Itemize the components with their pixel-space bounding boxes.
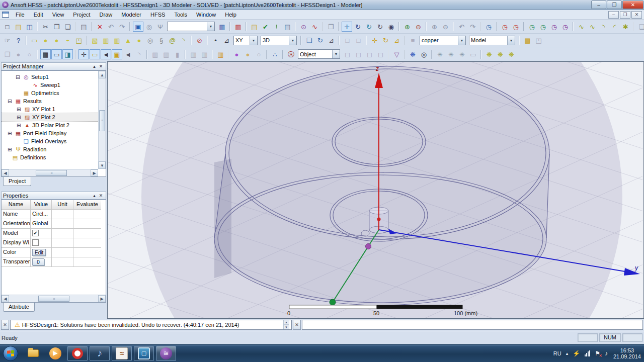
arc-cw-button[interactable]: ◜ xyxy=(609,22,620,32)
draw-cylinder-button[interactable]: ▥ xyxy=(101,35,111,45)
child-restore-button[interactable]: ❐ xyxy=(620,11,630,19)
solution-data-button[interactable]: ⊙ xyxy=(298,22,309,32)
column-header-name[interactable]: Name xyxy=(2,200,31,209)
draw-stamp-button[interactable]: ◳ xyxy=(73,35,84,45)
scroll-right-icon[interactable]: ▶ xyxy=(98,295,106,302)
volume-app-button[interactable]: ♪ xyxy=(90,346,110,361)
expand-plus-icon[interactable]: ⊞ xyxy=(8,131,13,136)
draw-spiral-button[interactable]: @ xyxy=(167,35,178,45)
scroll-left-icon[interactable]: ◀ xyxy=(2,169,9,176)
opera-button[interactable] xyxy=(67,346,88,361)
mesh-b-button[interactable]: ❋ xyxy=(495,49,506,59)
view-undo-button[interactable]: ↶ xyxy=(456,22,467,32)
menu-window[interactable]: Window xyxy=(192,11,220,19)
minimize-button[interactable]: – xyxy=(591,1,606,9)
lens-button[interactable]: ◎ xyxy=(419,49,429,59)
scroll-right-icon[interactable]: ▶ xyxy=(91,169,98,176)
face-d-button[interactable]: ◻ xyxy=(375,49,386,59)
checkbox-unchecked[interactable] xyxy=(32,239,39,246)
tree-item-xy-plot-2[interactable]: ⊞▨XY Plot 2 xyxy=(2,113,98,121)
expand-plus-icon[interactable]: ⊞ xyxy=(17,123,22,128)
rotate-model-button[interactable]: ↻ xyxy=(353,22,363,32)
chevron-down-icon[interactable]: ▼ xyxy=(507,36,515,45)
zoom-out-sel-button[interactable]: ⊖ xyxy=(413,22,424,32)
power-icon[interactable]: ⚡ xyxy=(573,350,580,357)
snap-center-button[interactable]: ▣ xyxy=(112,49,122,59)
undo-button[interactable]: ↶ xyxy=(106,22,116,32)
chevron-down-icon[interactable]: ▼ xyxy=(332,50,340,58)
half-cylinder2-button[interactable]: ▥ xyxy=(199,49,210,59)
clear-all-linked-button[interactable]: ◷ xyxy=(511,22,521,32)
paste-button[interactable]: ❏ xyxy=(62,22,73,32)
draw-circle-button[interactable]: ● xyxy=(40,35,51,45)
gray-sphere-button[interactable]: ○ xyxy=(254,49,264,59)
rotate-button[interactable]: ↻ xyxy=(380,35,391,45)
volume-icon[interactable]: ♪ xyxy=(605,350,608,357)
tree-item-field-overlays[interactable]: ❏Field Overlays xyxy=(2,137,98,145)
explorer-button[interactable] xyxy=(23,346,43,361)
profile-button[interactable]: ▤ xyxy=(249,22,260,32)
close-icon[interactable]: ✕ xyxy=(98,193,104,198)
mesh-a-button[interactable]: ❋ xyxy=(484,49,495,59)
plot-button[interactable]: ∿ xyxy=(309,22,320,32)
tree-item-sweep1[interactable]: ∿Sweep1 xyxy=(2,81,98,89)
whats-this-button[interactable]: ? xyxy=(13,35,24,45)
rotate-screen-button[interactable]: ↻ xyxy=(375,22,385,32)
mirror-button[interactable]: ⊿ xyxy=(391,35,402,45)
validation-button[interactable]: ▦ xyxy=(233,22,244,32)
context-help-button[interactable]: ☞ xyxy=(2,35,13,45)
draw-cone-button[interactable]: ▲ xyxy=(123,35,133,45)
node-display-button[interactable]: ∴ xyxy=(270,49,280,59)
save-button[interactable]: ◫ xyxy=(24,22,35,32)
zoom-in-button[interactable]: ⊕ xyxy=(429,22,440,32)
tree-item-3d-polar-plot-2[interactable]: ⊞▲3D Polar Plot 2 xyxy=(2,121,98,129)
copy-button[interactable]: ❐ xyxy=(51,22,62,32)
language-indicator[interactable]: RU xyxy=(553,350,561,356)
x-axis-handle[interactable] xyxy=(330,299,336,305)
tan-sphere-button[interactable]: ● xyxy=(243,49,253,59)
child-close-button[interactable]: ✕ xyxy=(631,11,642,19)
tree-item-radiation[interactable]: ⊞ΨRadiation xyxy=(2,145,98,153)
draw-rectangle-button[interactable]: ▭ xyxy=(29,35,40,45)
property-value[interactable]: Global xyxy=(31,219,52,228)
scroll-thumb[interactable]: ≡ xyxy=(36,170,67,176)
results-button[interactable]: ▤ xyxy=(282,22,293,32)
scroll-down-icon[interactable]: ▼ xyxy=(99,161,106,169)
paste-face-button[interactable]: ❐ xyxy=(2,49,13,59)
sphere-a-button[interactable]: ● xyxy=(13,49,24,59)
view-combo[interactable]: 3D▼ xyxy=(261,36,297,45)
action-center-flag-icon[interactable]: ⚑✕ xyxy=(595,350,600,357)
column-header-evaluate[interactable]: Evaluate xyxy=(73,200,101,209)
collapse-minus-icon[interactable]: ⊟ xyxy=(16,74,21,80)
relative-cs-button[interactable]: ✳ xyxy=(435,49,445,59)
pin-icon[interactable]: ▴ xyxy=(91,193,98,198)
arc-snap-button[interactable]: ◝ xyxy=(134,49,144,59)
delete-button[interactable]: ✕ xyxy=(95,22,105,32)
purple-sphere-button[interactable]: ● xyxy=(231,49,242,59)
snap-vertex-button[interactable]: ▭ xyxy=(90,49,100,59)
orange-cylinder-button[interactable]: ▥ xyxy=(215,49,226,59)
chevron-down-icon[interactable]: ▼ xyxy=(458,36,465,45)
duplicate-line-button[interactable]: ❏ xyxy=(304,35,314,45)
feed-point[interactable] xyxy=(366,244,371,249)
sweep-button[interactable]: ≡ xyxy=(408,35,418,45)
outer-cylinder[interactable] xyxy=(214,66,549,305)
expand-plus-icon[interactable]: ⊞ xyxy=(17,107,22,112)
spline-button[interactable]: ∿ xyxy=(576,22,587,32)
draw-helix-button[interactable]: § xyxy=(156,35,167,45)
wire-cylinder2-button[interactable]: ▥ xyxy=(161,49,172,59)
menu-edit[interactable]: Edit xyxy=(29,11,48,19)
menu-hfss[interactable]: HFSS xyxy=(146,11,170,19)
draw-box-button[interactable]: ▧ xyxy=(90,35,100,45)
model-combo[interactable]: Model▼ xyxy=(469,36,515,45)
start-button[interactable] xyxy=(3,346,18,361)
wire-cylinder-button[interactable]: ▥ xyxy=(150,49,160,59)
draw-point-button[interactable]: • xyxy=(210,35,221,45)
tray-expand-icon[interactable]: ▴ xyxy=(566,351,569,356)
solid-cylinder-button[interactable]: ▮ xyxy=(172,49,183,59)
snap-face-button[interactable]: ◄ xyxy=(123,49,133,59)
menu-help[interactable]: Help xyxy=(220,11,241,19)
open-button[interactable]: ▤ xyxy=(13,22,24,32)
menu-view[interactable]: View xyxy=(48,11,69,19)
snap-move-button[interactable]: ✛ xyxy=(78,49,89,59)
